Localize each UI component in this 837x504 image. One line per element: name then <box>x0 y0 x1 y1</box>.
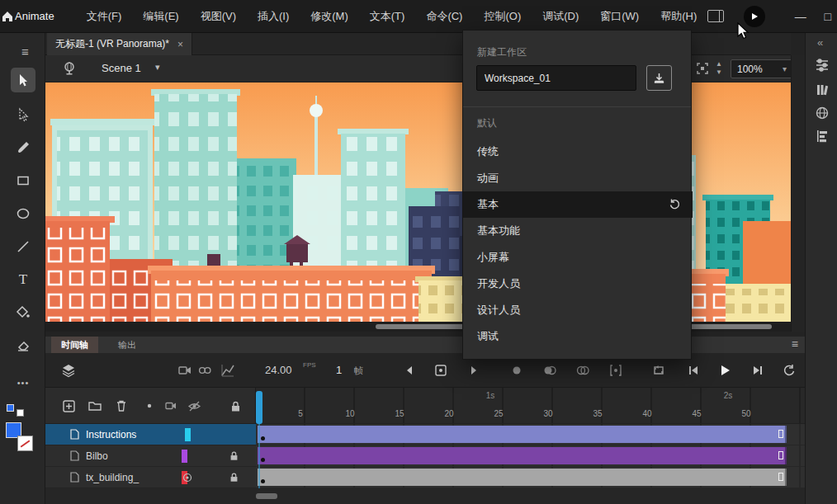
layer-outline-color-swatch[interactable] <box>185 428 191 441</box>
camera-column-icon[interactable] <box>161 396 181 416</box>
step-forward-icon[interactable] <box>463 360 485 381</box>
frame-span[interactable] <box>258 426 787 443</box>
menu-control[interactable]: 控制(O) <box>473 0 532 32</box>
current-frame-value[interactable]: 1 <box>336 364 342 376</box>
workspace-item-basic-functions[interactable]: 基本功能 <box>463 218 693 244</box>
frame-track-tx-building[interactable] <box>256 467 805 488</box>
center-stage-icon[interactable] <box>696 62 709 75</box>
zoom-stepper[interactable]: ▲ ▼ <box>716 60 722 77</box>
lock-icon[interactable] <box>229 450 239 461</box>
layer-row-instructions[interactable]: Instructions <box>45 424 256 445</box>
cc-libraries-panel-icon[interactable] <box>811 102 833 124</box>
menu-debug[interactable]: 调试(D) <box>532 0 589 32</box>
frame-track-bilbo[interactable] <box>256 445 805 467</box>
menu-edit[interactable]: 编辑(E) <box>132 0 189 32</box>
frame-span[interactable] <box>258 469 787 486</box>
close-tab-icon[interactable]: × <box>177 39 183 50</box>
stage-vertical-scrollbar[interactable] <box>791 55 805 332</box>
attach-camera-icon[interactable] <box>182 473 192 483</box>
edit-scene-icon[interactable] <box>62 61 77 76</box>
brush-tool[interactable] <box>11 135 35 160</box>
menu-commands[interactable]: 命令(C) <box>415 0 473 32</box>
stepper-up-icon[interactable]: ▲ <box>716 60 722 68</box>
timeline-scrollbar-thumb[interactable] <box>256 493 277 499</box>
paint-bucket-tool[interactable] <box>11 300 35 325</box>
menu-help[interactable]: 帮助(H) <box>650 0 707 32</box>
show-hide-column-icon[interactable] <box>184 396 204 416</box>
library-panel-icon[interactable] <box>811 79 833 101</box>
zoom-select[interactable]: 100% ▾ <box>731 59 793 78</box>
minimize-button[interactable]: — <box>787 0 814 33</box>
edit-multiple-frames-icon[interactable] <box>605 360 627 381</box>
current-frame-indicator-icon[interactable] <box>430 360 452 381</box>
layer-row-bilbo[interactable]: Bilbo <box>45 445 256 467</box>
new-layer-icon[interactable] <box>59 396 78 416</box>
scene-dropdown-icon[interactable]: ▾ <box>155 62 160 73</box>
tools-menu-icon[interactable]: ≡ <box>21 45 29 59</box>
swap-colors-icon[interactable] <box>17 409 24 417</box>
step-back-icon[interactable] <box>399 360 420 381</box>
rectangle-tool[interactable] <box>11 168 35 193</box>
workspace-item-classic[interactable]: 传统 <box>463 139 693 165</box>
play-button[interactable] <box>714 360 735 381</box>
more-tools-button[interactable]: ••• <box>7 378 40 388</box>
reset-workspace-icon[interactable] <box>669 198 681 210</box>
workspace-name-input[interactable] <box>476 65 636 91</box>
text-tool[interactable]: T <box>11 267 35 292</box>
workspace-item-debug[interactable]: 调试 <box>463 323 693 350</box>
document-tab[interactable]: 无标题-1 (VR Panorama)* × <box>47 33 192 55</box>
tab-output[interactable]: 输出 <box>110 337 144 353</box>
oval-tool[interactable] <box>11 201 35 226</box>
maximize-button[interactable]: □ <box>814 0 837 33</box>
properties-panel-icon[interactable] <box>811 54 833 76</box>
frame-span[interactable] <box>258 447 787 464</box>
workspace-item-developer[interactable]: 开发人员 <box>463 271 693 297</box>
frame-rate-value[interactable]: 24.00 <box>265 364 292 376</box>
menu-text[interactable]: 文本(T) <box>359 0 416 32</box>
test-movie-button[interactable] <box>744 6 765 27</box>
scene-name[interactable]: Scene 1 <box>102 62 141 74</box>
line-tool[interactable] <box>11 234 35 259</box>
frame-track-instructions[interactable] <box>256 424 805 445</box>
menu-window[interactable]: 窗口(W) <box>589 0 650 32</box>
workspace-item-essentials[interactable]: 基本 <box>463 191 693 218</box>
selection-tool[interactable] <box>11 68 35 92</box>
onion-skin-dot-icon[interactable] <box>506 360 527 381</box>
free-transform-tool[interactable] <box>11 102 35 127</box>
eraser-tool[interactable] <box>11 333 35 358</box>
layer-row-tx-building[interactable]: tx_building_ <box>45 467 256 488</box>
go-to-first-frame-icon[interactable] <box>683 360 704 381</box>
camera-icon[interactable] <box>174 360 196 381</box>
lock-column-icon[interactable] <box>225 396 245 416</box>
lock-icon[interactable] <box>229 472 239 483</box>
workspace-item-designer[interactable]: 设计人员 <box>463 297 693 323</box>
menu-insert[interactable]: 插入(I) <box>247 0 300 32</box>
menu-file[interactable]: 文件(F) <box>76 0 133 32</box>
stepper-down-icon[interactable]: ▼ <box>716 68 722 76</box>
layer-outline-color-swatch[interactable] <box>182 450 187 463</box>
reset-timeline-icon[interactable] <box>778 360 800 381</box>
workspace-item-small-screen[interactable]: 小屏幕 <box>463 244 693 271</box>
tab-timeline[interactable]: 时间轴 <box>51 337 98 353</box>
save-workspace-button[interactable] <box>646 65 672 91</box>
workspace-item-animator[interactable]: 动画 <box>463 165 693 191</box>
layer-parenting-icon[interactable] <box>194 360 215 381</box>
align-panel-icon[interactable] <box>811 125 833 147</box>
timeline-ruler[interactable]: 1s 2s 5 10 15 20 25 30 35 40 45 50 <box>256 388 805 424</box>
timeline-panel-menu-icon[interactable]: ≡ <box>792 337 798 351</box>
delete-layer-icon[interactable] <box>111 396 131 416</box>
onion-skin-outlines-icon[interactable] <box>572 360 593 381</box>
workspace-layout-icon[interactable] <box>707 10 724 22</box>
highlight-layers-icon[interactable] <box>140 396 159 416</box>
collapse-panels-icon[interactable]: « <box>817 36 823 49</box>
loop-playback-icon[interactable] <box>648 360 669 381</box>
fill-color-swatch[interactable] <box>17 436 33 451</box>
menu-modify[interactable]: 修改(M) <box>300 0 359 32</box>
new-folder-icon[interactable] <box>85 396 105 416</box>
home-button[interactable] <box>0 0 15 33</box>
menu-view[interactable]: 视图(V) <box>190 0 247 32</box>
show-layers-icon[interactable] <box>58 360 79 381</box>
go-to-last-frame-icon[interactable] <box>747 360 768 381</box>
onion-skin-icon[interactable] <box>539 360 560 381</box>
playhead[interactable] <box>256 391 262 424</box>
